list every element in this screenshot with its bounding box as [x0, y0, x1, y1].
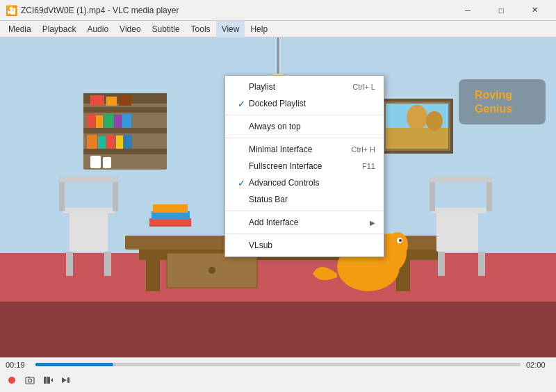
menu-media[interactable]: Media: [3, 21, 37, 38]
advanced-controls-row: [0, 372, 556, 389]
record-button[interactable]: [4, 373, 19, 387]
window-controls: ─ □ ✕: [452, 0, 550, 21]
minimize-button[interactable]: ─: [452, 0, 484, 21]
menu-video[interactable]: Video: [114, 21, 146, 38]
menu-item-vlsub[interactable]: VLsub: [225, 237, 384, 254]
svg-rect-14: [98, 136, 106, 149]
frame-by-frame-button[interactable]: [40, 373, 56, 387]
separator-2: [225, 138, 384, 138]
menu-item-status-bar[interactable]: Status Bar: [225, 191, 384, 208]
advanced-controls-label: Advanced Controls: [249, 178, 367, 188]
menu-item-advanced-controls[interactable]: ✓ Advanced Controls: [225, 174, 384, 191]
svg-rect-6: [83, 128, 167, 133]
main-controls-row: 100%: [0, 388, 556, 392]
svg-rect-21: [90, 156, 101, 168]
controls-area: 00:19 02:00: [0, 357, 556, 392]
separator-1: [225, 115, 384, 115]
menu-item-always-on-top[interactable]: Always on top: [225, 118, 384, 135]
svg-point-69: [8, 377, 15, 384]
separator-3: [225, 211, 384, 211]
snapshot-button[interactable]: [22, 373, 38, 387]
menu-subtitle[interactable]: Subtitle: [147, 21, 186, 38]
svg-text:Roving: Roving: [475, 89, 512, 101]
svg-point-71: [28, 379, 32, 382]
svg-rect-49: [59, 177, 118, 182]
svg-marker-75: [51, 378, 53, 382]
svg-rect-43: [63, 208, 115, 213]
svg-point-28: [426, 111, 443, 131]
svg-rect-51: [436, 213, 478, 252]
svg-rect-68: [0, 302, 556, 357]
svg-rect-52: [438, 252, 445, 276]
svg-rect-53: [478, 252, 485, 276]
menu-item-playlist[interactable]: Playlist Ctrl+ L: [225, 79, 384, 95]
view-dropdown-menu: Playlist Ctrl+ L ✓ Docked Playlist Alway…: [224, 75, 384, 257]
frame-by-frame-icon: [43, 375, 53, 385]
step-forward-button[interactable]: [58, 373, 74, 387]
menu-item-fullscreen-interface[interactable]: Fullscreen Interface F11: [225, 158, 384, 174]
menu-item-add-interface[interactable]: Add Interface ▶: [225, 214, 384, 231]
status-bar-label: Status Bar: [249, 195, 367, 204]
svg-rect-56: [430, 177, 492, 182]
svg-rect-22: [103, 157, 111, 168]
svg-point-61: [399, 239, 402, 242]
minimal-interface-label: Minimal Interface: [249, 145, 343, 154]
menu-tools[interactable]: Tools: [186, 21, 216, 38]
close-button[interactable]: ✕: [518, 0, 550, 21]
separator-4: [225, 234, 384, 234]
minimal-interface-shortcut: Ctrl+ H: [351, 145, 375, 154]
menu-item-docked-playlist[interactable]: ✓ Docked Playlist: [225, 95, 384, 112]
advanced-controls-check-icon: ✓: [234, 178, 249, 188]
svg-rect-13: [87, 135, 97, 149]
svg-rect-70: [26, 377, 34, 384]
svg-rect-77: [67, 377, 70, 383]
menu-view[interactable]: View: [216, 21, 245, 38]
svg-rect-16: [116, 136, 123, 149]
svg-rect-10: [104, 113, 113, 128]
app-icon: 🎦: [6, 5, 17, 16]
fullscreen-interface-label: Fullscreen Interface: [249, 161, 354, 171]
add-interface-label: Add Interface: [249, 218, 370, 227]
svg-rect-50: [431, 208, 486, 213]
time-total: 02:00: [526, 361, 550, 369]
svg-rect-72: [28, 377, 30, 378]
menu-item-minimal-interface[interactable]: Minimal Interface Ctrl+ H: [225, 141, 384, 158]
window-title: ZCI69dVtW0E (1).mp4 - VLC media player: [21, 6, 452, 15]
svg-rect-18: [90, 95, 104, 106]
playlist-shortcut: Ctrl+ L: [352, 83, 375, 91]
menu-playback[interactable]: Playback: [37, 21, 82, 38]
vlsub-label: VLsub: [249, 240, 367, 250]
time-current: 00:19: [6, 361, 30, 369]
svg-rect-9: [96, 115, 103, 128]
svg-rect-73: [44, 377, 47, 384]
progress-bar-fill: [35, 363, 113, 366]
progress-bar[interactable]: [35, 363, 521, 366]
svg-rect-44: [70, 213, 108, 252]
svg-rect-42: [153, 204, 188, 213]
progress-area: 00:19 02:00: [0, 358, 556, 372]
menu-audio[interactable]: Audio: [81, 21, 114, 38]
svg-rect-65: [459, 79, 546, 124]
menu-help[interactable]: Help: [245, 21, 273, 38]
record-icon: [7, 375, 17, 385]
svg-rect-12: [122, 114, 131, 128]
playlist-label: Playlist: [249, 82, 344, 92]
title-bar: 🎦 ZCI69dVtW0E (1).mp4 - VLC media player…: [0, 0, 556, 21]
svg-rect-74: [47, 377, 50, 384]
docked-playlist-check-icon: ✓: [234, 99, 249, 109]
svg-text:Genius: Genius: [475, 103, 512, 115]
svg-rect-25: [386, 128, 448, 149]
svg-point-37: [208, 267, 215, 274]
svg-rect-46: [104, 252, 111, 276]
svg-rect-19: [106, 97, 117, 106]
svg-rect-11: [114, 115, 122, 128]
svg-rect-17: [124, 135, 132, 149]
svg-rect-5: [83, 107, 167, 113]
svg-rect-34: [146, 253, 160, 291]
svg-rect-15: [106, 135, 115, 149]
add-interface-arrow-icon: ▶: [370, 219, 375, 227]
svg-marker-76: [62, 377, 67, 383]
svg-point-27: [407, 105, 427, 130]
maximize-button[interactable]: □: [485, 0, 517, 21]
video-area: Roving Genius Playlist Ctrl+ L ✓ Docked …: [0, 38, 556, 357]
